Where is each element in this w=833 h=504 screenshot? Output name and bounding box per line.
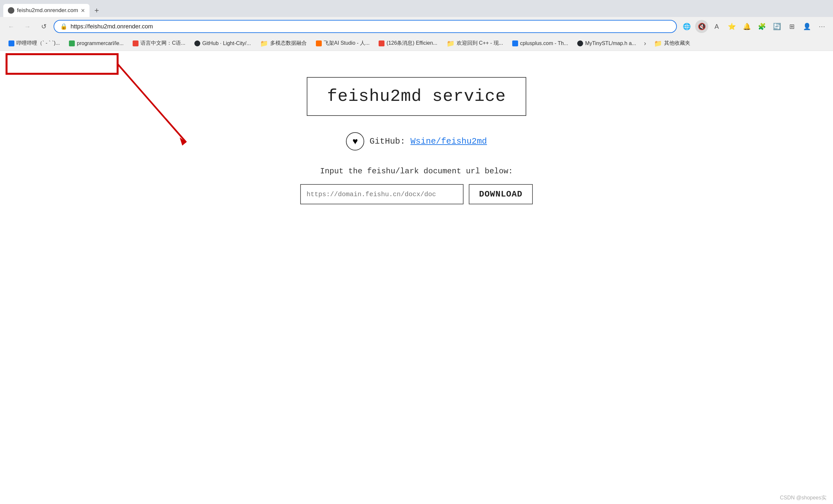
title-box: feishu2md service (307, 77, 526, 116)
bookmark-favicon (316, 41, 322, 46)
settings-button[interactable]: ⋯ (815, 20, 828, 33)
tab-bar: feishu2md.onrender.com ✕ + (0, 0, 833, 17)
webpage-content: feishu2md service ♥ GitHub: Wsine/feishu… (0, 51, 833, 504)
bookmark-cpp[interactable]: 📁 欢迎回到 C++ - 现... (443, 38, 507, 49)
url-text: https://feishu2md.onrender.com (71, 23, 670, 30)
svg-line-1 (118, 64, 186, 142)
translate-button[interactable]: 🌐 (680, 20, 693, 33)
bookmark-feiai[interactable]: 飞架AI Studio - 人... (312, 38, 373, 49)
bookmark-cyu[interactable]: 语言中文网：C语... (129, 38, 189, 49)
folder-icon: 📁 (654, 40, 662, 47)
tab-favicon (8, 7, 15, 14)
input-section: Input the feishu/lark document url below… (300, 167, 533, 204)
bookmarks-more-icon[interactable]: › (641, 38, 649, 48)
bookmark-cplusplus[interactable]: cplusplus.com - Th... (508, 38, 572, 49)
bookmark-favicon (8, 41, 15, 46)
bookmark-multimodal[interactable]: 📁 多模态数据融合 (256, 38, 311, 49)
heart-icon-circle: ♥ (346, 132, 364, 150)
tab-close-icon[interactable]: ✕ (81, 7, 85, 14)
input-label: Input the feishu/lark document url below… (320, 167, 513, 176)
forward-button[interactable]: → (21, 20, 34, 33)
download-button[interactable]: DOWNLOAD (469, 184, 533, 204)
bookmark-label: GitHub · Light-City/... (202, 41, 251, 46)
bookmark-favicon (133, 41, 139, 46)
bookmark-label: cplusplus.com - Th... (520, 41, 568, 46)
mute-button[interactable]: 🔇 (695, 20, 708, 33)
footer: CSDN @shopees实 (780, 495, 827, 501)
bookmark-bilibili[interactable]: 哔哩哔哩（` - ` `)... (5, 38, 64, 49)
footer-text: CSDN @shopees实 (780, 495, 827, 500)
bookmark-tinystl[interactable]: MyTinySTL/map.h a... (573, 38, 640, 49)
bookmark-other[interactable]: 📁 其他收藏夹 (650, 38, 694, 49)
input-row: DOWNLOAD (300, 184, 533, 204)
bookmark-github-light[interactable]: GitHub · Light-City/... (190, 38, 255, 49)
bookmark-label: (126条消息) Efficien... (386, 40, 437, 47)
page-title: feishu2md service (327, 87, 506, 106)
svg-rect-0 (6, 54, 118, 74)
github-link[interactable]: Wsine/feishu2md (411, 136, 487, 146)
active-tab[interactable]: feishu2md.onrender.com ✕ (3, 4, 90, 17)
tab-title: feishu2md.onrender.com (17, 7, 78, 14)
bookmark-label: 其他收藏夹 (664, 40, 690, 47)
bookmark-label: programmercarl/le... (77, 41, 123, 46)
lock-icon: 🔒 (60, 23, 67, 30)
bookmark-label: 哔哩哔哩（` - ` `)... (16, 40, 60, 47)
browser-chrome: feishu2md.onrender.com ✕ + ← → ↺ 🔒 https… (0, 0, 833, 36)
new-tab-button[interactable]: + (90, 4, 103, 17)
address-bar[interactable]: 🔒 https://feishu2md.onrender.com (53, 20, 677, 33)
heart-icon: ♥ (353, 136, 358, 147)
profile-button[interactable]: 👤 (800, 20, 813, 33)
back-button[interactable]: ← (5, 20, 18, 33)
sync-button[interactable]: 🔄 (770, 20, 783, 33)
toolbar: ← → ↺ 🔒 https://feishu2md.onrender.com 🌐… (0, 17, 833, 36)
bookmark-favicon (379, 41, 384, 46)
folder-icon: 📁 (260, 40, 268, 47)
collections-button[interactable]: ⊞ (785, 20, 799, 33)
github-section: ♥ GitHub: Wsine/feishu2md (346, 132, 487, 150)
svg-marker-2 (180, 137, 186, 146)
toolbar-right: 🌐 🔇 A ⭐ 🔔 🧩 🔄 ⊞ 👤 ⋯ (680, 20, 828, 33)
bookmark-label: MyTinySTL/map.h a... (585, 41, 636, 46)
bookmark-favicon (194, 41, 200, 46)
folder-icon: 📁 (447, 40, 455, 47)
url-input[interactable] (300, 184, 463, 204)
bookmark-favicon (512, 41, 518, 46)
github-label: GitHub: (370, 136, 405, 146)
bookmark-label: 语言中文网：C语... (140, 40, 185, 47)
bookmarks-bar: 哔哩哔哩（` - ` `)... programmercarl/le... 语言… (0, 36, 833, 51)
favorites-button[interactable]: ⭐ (725, 20, 738, 33)
bookmark-label: 飞架AI Studio - 人... (324, 40, 370, 47)
extensions-button[interactable]: 🧩 (755, 20, 768, 33)
notification-button[interactable]: 🔔 (740, 20, 753, 33)
bookmark-favicon (577, 41, 583, 46)
bookmark-label: 欢迎回到 C++ - 现... (457, 40, 503, 47)
bookmark-programmercarl[interactable]: programmercarl/le... (65, 38, 127, 49)
annotation-arrow (0, 51, 196, 165)
bookmark-label: 多模态数据融合 (270, 40, 307, 47)
bookmark-favicon (69, 41, 75, 46)
bookmark-efficien[interactable]: (126条消息) Efficien... (375, 38, 441, 49)
reader-mode-button[interactable]: A (710, 20, 723, 33)
reload-button[interactable]: ↺ (37, 20, 50, 33)
